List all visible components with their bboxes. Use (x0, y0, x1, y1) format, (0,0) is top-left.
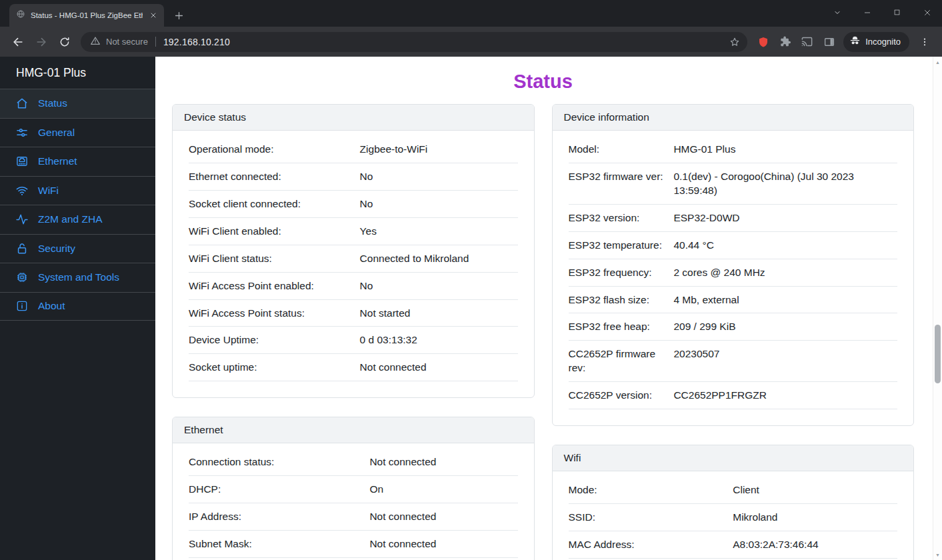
table-row: Operational mode:Zigbee-to-WiFi (189, 136, 518, 163)
sidebar-item-about[interactable]: About (0, 292, 155, 321)
main-content: Status Device status Operational mode:Zi… (155, 57, 933, 560)
row-label: SSID: (569, 504, 733, 531)
row-label: ESP32 free heap: (569, 313, 674, 341)
table-row: SSID:Mikroland (569, 504, 898, 531)
omnibox-divider (155, 37, 156, 47)
sidebar-item-z2m-zha[interactable]: Z2M and ZHA (0, 205, 155, 234)
row-label: IP Address: (189, 503, 369, 531)
not-secure-warning-icon[interactable] (90, 35, 101, 49)
row-value: Not connected (369, 449, 517, 475)
card-ethernet: Ethernet Connection status:Not connected… (172, 417, 535, 560)
row-label: WiFi Access Point status: (189, 299, 360, 327)
row-label: ESP32 version: (569, 204, 674, 231)
sidebar-item-wifi[interactable]: WiFi (0, 176, 155, 205)
back-button[interactable] (7, 31, 29, 53)
sidebar-item-status[interactable]: Status (0, 89, 155, 118)
card-body: Operational mode:Zigbee-to-WiFi Ethernet… (173, 131, 534, 397)
sidebar-item-label: Security (38, 243, 75, 255)
table-row: IP Address:Not connected (189, 503, 518, 531)
row-value: No (360, 163, 518, 190)
address-bar[interactable]: Not secure 192.168.10.210 (81, 32, 747, 52)
browser-tab[interactable]: Status - HMG-01 Plus ZigBee Ethe (9, 4, 164, 27)
row-value: 209 / 299 KiB (673, 313, 897, 341)
scrollbar-thumb[interactable] (935, 325, 941, 383)
tab-close-icon[interactable] (148, 10, 159, 21)
card-device-status: Device status Operational mode:Zigbee-to… (172, 104, 535, 398)
row-label: WiFi Access Point enabled: (189, 272, 360, 299)
row-value: 2 cores @ 240 MHz (673, 259, 897, 286)
sidebar-item-label: General (38, 127, 75, 139)
row-label: ESP32 flash size: (569, 286, 674, 313)
sidebar-item-system-tools[interactable]: System and Tools (0, 263, 155, 292)
table-row: ESP32 frequency:2 cores @ 240 MHz (569, 259, 898, 286)
table-row: Ethernet connected:No (189, 163, 518, 190)
table-row: Socket uptime:Not connected (189, 354, 518, 381)
extensions-puzzle-icon[interactable] (775, 31, 795, 52)
row-label: Connection status: (189, 449, 369, 475)
row-value: Not connected (369, 503, 517, 531)
side-panel-icon[interactable] (819, 31, 839, 52)
browser-menu-button[interactable] (913, 31, 935, 53)
table-row: Socket client connected:No (189, 190, 518, 217)
row-value: HMG-01 Plus (673, 136, 897, 163)
incognito-label: Incognito (865, 37, 901, 47)
cast-icon[interactable] (797, 31, 817, 52)
row-value: Not connected (360, 354, 518, 381)
window-minimize-button[interactable] (852, 0, 882, 25)
page-scrollbar[interactable]: ▲ ▼ (933, 57, 942, 560)
row-label: Mode: (569, 477, 733, 503)
table-row: Default Gateway:Not connected (189, 557, 518, 560)
table-row: WiFi Client status:Connected to Mikrolan… (189, 245, 518, 272)
sidebar-item-security[interactable]: Security (0, 234, 155, 263)
forward-button[interactable] (30, 31, 52, 53)
card-body: Model:HMG-01 Plus ESP32 firmware ver:0.1… (553, 131, 914, 425)
row-label: Subnet Mask: (189, 531, 369, 558)
window-maximize-button[interactable] (882, 0, 912, 25)
scrollbar-up-arrow-icon[interactable]: ▲ (933, 57, 942, 67)
row-label: CC2652P firmware rev: (569, 341, 674, 382)
table-row: CC2652P version:CC2652PP1FRGZR (569, 382, 898, 409)
row-value: 0 d 03:13:32 (360, 327, 518, 354)
card-title: Device status (173, 105, 534, 131)
ethernet-table: Connection status:Not connected DHCP:On … (189, 449, 518, 560)
adblock-extension-icon[interactable] (753, 31, 773, 52)
tab-search-chevron-icon[interactable] (822, 0, 852, 25)
table-row: WiFi Access Point enabled:No (189, 272, 518, 299)
sidebar-item-label: WiFi (38, 185, 59, 197)
sidebar-nav: Status General Ethernet (0, 89, 155, 321)
row-value: Yes (360, 217, 518, 245)
sidebar-item-ethernet[interactable]: Ethernet (0, 147, 155, 176)
tab-strip: Status - HMG-01 Plus ZigBee Ethe (0, 0, 942, 27)
row-label: ESP32 frequency: (569, 259, 674, 286)
wifi-icon (15, 184, 29, 197)
row-label: CC2652P version: (569, 382, 674, 409)
row-value: CC2652PP1FRGZR (673, 382, 897, 409)
scrollbar-down-arrow-icon[interactable]: ▼ (933, 550, 942, 559)
row-value: No (360, 272, 518, 299)
row-value: Connected to Mikroland (360, 245, 518, 272)
row-value: 0.1(dev) - Corogoo(China) (Jul 30 2023 1… (673, 163, 897, 204)
row-value: No (360, 190, 518, 217)
tab-title: Status - HMG-01 Plus ZigBee Ethe (31, 11, 143, 19)
sidebar-item-general[interactable]: General (0, 118, 155, 147)
row-value: 20230507 (673, 341, 897, 382)
bookmark-star-icon[interactable] (724, 31, 745, 52)
browser-window: Status - HMG-01 Plus ZigBee Ethe (0, 0, 942, 560)
reload-button[interactable] (53, 31, 75, 53)
ethernet-icon (15, 155, 29, 168)
sidebar-item-label: About (38, 300, 65, 312)
page-title: Status (172, 71, 914, 93)
incognito-badge: Incognito (843, 32, 909, 52)
new-tab-button[interactable] (169, 6, 188, 25)
window-close-button[interactable] (912, 0, 942, 25)
row-label: WiFi Client enabled: (189, 217, 360, 245)
table-row: ESP32 flash size:4 Mb, external (569, 286, 898, 313)
sidebar-item-label: Status (38, 97, 67, 109)
table-row: Device Uptime:0 d 03:13:32 (189, 327, 518, 354)
card-body: Mode:Client SSID:Mikroland MAC Address:A… (553, 471, 914, 560)
table-row: Mode:Client (569, 477, 898, 503)
row-value: A8:03:2A:73:46:44 (733, 531, 897, 558)
sliders-icon (15, 126, 29, 139)
card-title: Device information (553, 105, 914, 131)
url-text[interactable]: 192.168.10.210 (163, 37, 719, 47)
